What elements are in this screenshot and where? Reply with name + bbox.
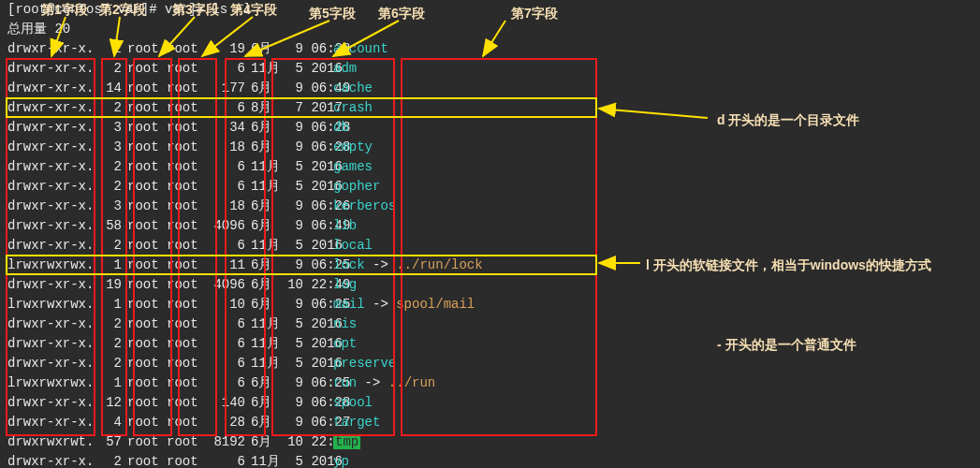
col-group: root [167, 295, 206, 314]
file-name: spool [333, 395, 373, 410]
col-group: root [167, 236, 206, 256]
col-date: 6月 9 06:28 [251, 138, 333, 157]
col-links: 2 [94, 236, 122, 256]
file-name: cache [333, 80, 373, 95]
col-size: 6 [206, 177, 245, 197]
col-perms: lrwxrwxrwx. [7, 295, 94, 314]
col-links: 3 [94, 118, 122, 138]
file-name: mail [333, 297, 365, 312]
col-owner: root [127, 98, 167, 118]
col-links: 2 [94, 452, 122, 468]
col-owner: root [127, 354, 167, 373]
col-size: 6 [206, 314, 245, 334]
col-group: root [167, 118, 206, 138]
col-date: 11月 5 2016 [251, 334, 333, 354]
col-group: root [167, 79, 206, 98]
col-size: 6 [206, 157, 245, 177]
col-group: root [167, 432, 206, 452]
col-date: 11月 5 2016 [251, 452, 333, 468]
col-date: 6月 9 06:25 [251, 373, 333, 393]
ls-row: drwxr-xr-x. 12 rootroot 140 6月 9 06:28sp… [7, 393, 483, 413]
col-perms: drwxr-xr-x. [7, 216, 94, 236]
col-date: 11月 5 2016 [251, 177, 333, 197]
col-date: 6月 9 06:26 [251, 197, 333, 216]
col-links: 1 [94, 256, 122, 275]
prompt-line-top: [root@centos7 var]# var]# ls -l [7, 0, 973, 20]
svg-line-7 [599, 109, 708, 118]
col-date: 6月 9 06:27 [251, 413, 333, 432]
file-name: yp [333, 454, 349, 468]
ls-row: drwxr-xr-x. 14 rootroot 177 6月 9 06:49ca… [7, 79, 483, 98]
ls-row: drwxr-xr-x. 58 rootroot 4096 6月 9 06:49l… [7, 216, 483, 236]
col-group: root [167, 59, 206, 79]
col-perms: drwxr-xr-x. [7, 236, 94, 256]
col-perms: drwxr-xr-x. [7, 413, 94, 432]
col-owner: root [127, 295, 167, 314]
col-perms: drwxr-xr-x. [7, 177, 94, 197]
col-size: 18 [206, 138, 245, 157]
ls-row: drwxr-xr-x. 2 rootroot 6 11月 5 2016prese… [7, 354, 483, 373]
col-owner: root [127, 314, 167, 334]
col-date: 6月 9 06:28 [251, 39, 333, 59]
col-perms: drwxr-xr-x. [7, 98, 94, 118]
command-ls: var]# ls -l [165, 2, 251, 17]
col-owner: root [127, 216, 167, 236]
file-name: empty [333, 139, 373, 154]
col-perms: drwxr-xr-x. [7, 118, 94, 138]
col-date: 11月 5 2016 [251, 314, 333, 334]
col-perms: drwxr-xr-x. [7, 314, 94, 334]
col-size: 34 [206, 118, 245, 138]
file-name: kerberos [333, 198, 396, 213]
col-perms: drwxr-xr-x. [7, 354, 94, 373]
col-owner: root [127, 138, 167, 157]
col-size: 4096 [206, 275, 245, 295]
col-size: 18 [206, 197, 245, 216]
file-name: account [333, 41, 388, 56]
annot-dir: d 开头的是一个目录文件 [717, 110, 859, 130]
ls-row: drwxr-xr-x. 4 rootroot 28 6月 9 06:27targ… [7, 413, 483, 432]
col-owner: root [127, 373, 167, 393]
col-owner: root [127, 59, 167, 79]
col-date: 6月 9 06:28 [251, 118, 333, 138]
col-links: 57 [94, 432, 122, 452]
col-size: 6 [206, 334, 245, 354]
file-name: db [333, 120, 349, 135]
col-size: 11 [206, 256, 245, 275]
col-size: 28 [206, 413, 245, 432]
col-group: root [167, 98, 206, 118]
col-size: 19 [206, 39, 245, 59]
col-date: 8月 7 2017 [251, 98, 333, 118]
col-size: 140 [206, 393, 245, 413]
file-name: lib [333, 218, 357, 233]
col-size: 6 [206, 354, 245, 373]
col-perms: lrwxrwxrwx. [7, 256, 94, 275]
col-size: 4096 [206, 216, 245, 236]
ls-row: drwxr-xr-x. 19 rootroot 4096 6月 10 22:49… [7, 275, 483, 295]
file-name: target [333, 415, 380, 430]
ls-row: drwxr-xr-x. 3 rootroot 18 6月 9 06:26kerb… [7, 197, 483, 216]
col-links: 4 [94, 413, 122, 432]
ls-row: drwxr-xr-x. 2 rootroot 6 11月 5 2016gophe… [7, 177, 483, 197]
ls-row: drwxr-xr-x. 2 rootroot 6 11月 5 2016nis [7, 314, 483, 334]
col-owner: root [127, 334, 167, 354]
annot-file: - 开头的是一个普通文件 [717, 335, 856, 355]
col-group: root [167, 393, 206, 413]
col-date: 6月 9 06:25 [251, 256, 333, 275]
col-date: 11月 5 2016 [251, 157, 333, 177]
total-line: 总用量 20 [7, 20, 973, 39]
file-name: gopher [333, 179, 380, 194]
col-date: 6月 9 06:28 [251, 393, 333, 413]
col-perms: drwxr-xr-x. [7, 334, 94, 354]
col-group: root [167, 354, 206, 373]
col-owner: root [127, 413, 167, 432]
col-date: 6月 9 06:49 [251, 216, 333, 236]
col-owner: root [127, 393, 167, 413]
col-links: 2 [94, 98, 122, 118]
col-owner: root [127, 118, 167, 138]
ls-row: drwxr-xr-x. 2 rootroot 6 11月 5 2016adm [7, 59, 483, 79]
col-owner: root [127, 236, 167, 256]
col-group: root [167, 157, 206, 177]
file-name: log [333, 277, 357, 292]
col-perms: drwxr-xr-x. [7, 157, 94, 177]
col-size: 6 [206, 98, 245, 118]
